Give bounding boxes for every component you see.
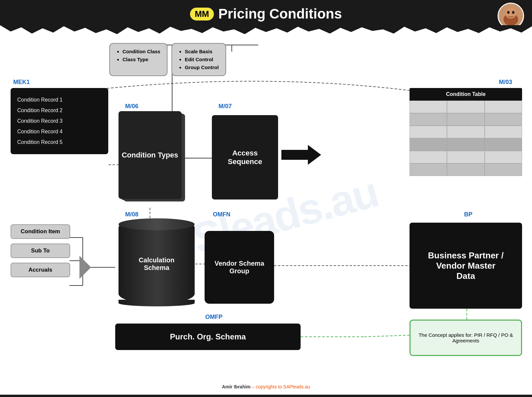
calc-schema-label: CalculationSchema [139, 256, 174, 272]
ct-row-3 [410, 126, 522, 138]
sub-to-label: Sub To [31, 247, 50, 254]
label-m06: M/06 [125, 103, 138, 110]
info-box-1-item-2: Class Type [122, 56, 160, 64]
info-box-2-list: Scale Basis Edit Control Group Control [179, 48, 218, 71]
condition-types-stack: Condition Types [119, 111, 185, 207]
ct-row-4 [410, 138, 522, 151]
condition-item-label: Condition Item [21, 228, 60, 235]
business-partner-label: Business Partner /Vendor MasterData [428, 250, 504, 281]
svg-line-23 [364, 335, 411, 337]
purch-org-schema-box: Purch. Org. Schema [115, 324, 301, 350]
info-boxes-row: Condition Class Class Type Scale Basis E… [109, 43, 226, 76]
info-box-2-item-3: Group Control [185, 64, 218, 71]
ct-cell [410, 101, 447, 113]
left-boxes: Condition Item Sub To Accruals [11, 224, 70, 277]
ct-cell [410, 151, 447, 163]
ct-cell [447, 163, 484, 176]
ct-row-5 [410, 151, 522, 163]
svg-point-4 [512, 11, 514, 14]
mm-badge: MM [190, 8, 214, 21]
condition-item-box: Condition Item [11, 224, 70, 239]
sub-to-box: Sub To [11, 243, 70, 258]
ct-cell [410, 113, 447, 126]
ct-cell [447, 126, 484, 138]
avatar-image [499, 3, 523, 28]
page-title: Pricing Conditions [218, 6, 342, 22]
ct-cell [447, 138, 484, 151]
info-box-2: Scale Basis Edit Control Group Control [171, 43, 226, 76]
purch-org-label: Purch. Org. Schema [170, 332, 246, 341]
ct-cell [410, 126, 447, 138]
calc-schema-cylinder: CalculationSchema [119, 224, 195, 304]
label-m07: M/07 [218, 103, 232, 110]
concept-label: The Concept applies for: PIR / RFQ / PO … [414, 332, 517, 343]
record-4: Condition Record 4 [17, 126, 102, 137]
label-m08: M/08 [125, 211, 138, 218]
info-box-1-list: Condition Class Class Type [117, 48, 160, 64]
footer-rights: copyrights to SAPleads.au [256, 384, 310, 389]
ct-row-2 [410, 113, 522, 126]
ct-row-6 [410, 163, 522, 176]
ct-cell [485, 163, 522, 176]
ct-cell [410, 138, 447, 151]
ct-cell [485, 113, 522, 126]
ct-cell [485, 101, 522, 113]
ct-cell [485, 138, 522, 151]
label-omfp: OMFP [205, 314, 222, 321]
ct-cell [447, 101, 484, 113]
vendor-schema-box: Vendor Schema Group [205, 231, 274, 304]
main-content: Sleads.au [0, 36, 532, 395]
title-group: MM Pricing Conditions [190, 6, 342, 22]
record-5: Condition Record 5 [17, 137, 102, 148]
accruals-label: Accruals [28, 267, 52, 273]
calc-schema-wrap: CalculationSchema [115, 224, 198, 304]
record-3: Condition Record 3 [17, 116, 102, 126]
record-1: Condition Record 1 [17, 95, 102, 105]
footer-name: Amir Ibrahim [222, 384, 250, 389]
concept-box: The Concept applies for: PIR / RFQ / PO … [410, 320, 522, 356]
info-box-2-item-2: Edit Control [185, 56, 218, 64]
label-omfn: OMFN [213, 211, 230, 218]
info-box-1: Condition Class Class Type [109, 43, 168, 76]
info-box-2-item-1: Scale Basis [185, 48, 218, 56]
access-sequence-label: AccessSequence [228, 149, 262, 166]
condition-types-label: Condition Types [122, 151, 178, 159]
condition-table-header: Condition Table [410, 88, 522, 101]
svg-point-3 [507, 11, 509, 14]
torn-divider [0, 25, 532, 36]
label-bp: BP [464, 211, 472, 218]
footer: Amir Ibrahim – copyrights to SAPleads.au [0, 384, 532, 389]
ct-cell [485, 126, 522, 138]
condition-records-box: Condition Record 1 Condition Record 2 Co… [11, 88, 108, 154]
ct-cell [447, 151, 484, 163]
ct-row-1 [410, 101, 522, 113]
access-sequence-box: AccessSequence [212, 115, 278, 199]
svg-marker-11 [281, 145, 321, 165]
ct-cell [485, 151, 522, 163]
info-box-1-item-1: Condition Class [122, 48, 160, 56]
ct-cell [447, 113, 484, 126]
footer-dash: – [251, 384, 256, 389]
vendor-schema-label: Vendor Schema Group [205, 260, 274, 275]
label-m03: M/03 [499, 79, 512, 86]
condition-types-box: Condition Types [119, 111, 181, 199]
accruals-box: Accruals [11, 263, 70, 277]
ct-cell [410, 163, 447, 176]
condition-table: Condition Table [410, 88, 522, 176]
header: MM Pricing Conditions Amir Ibrahim [0, 0, 532, 25]
business-partner-box: Business Partner /Vendor MasterData [410, 223, 522, 309]
label-mek1: MEK1 [13, 79, 30, 86]
svg-marker-21 [79, 256, 91, 279]
record-2: Condition Record 2 [17, 105, 102, 116]
